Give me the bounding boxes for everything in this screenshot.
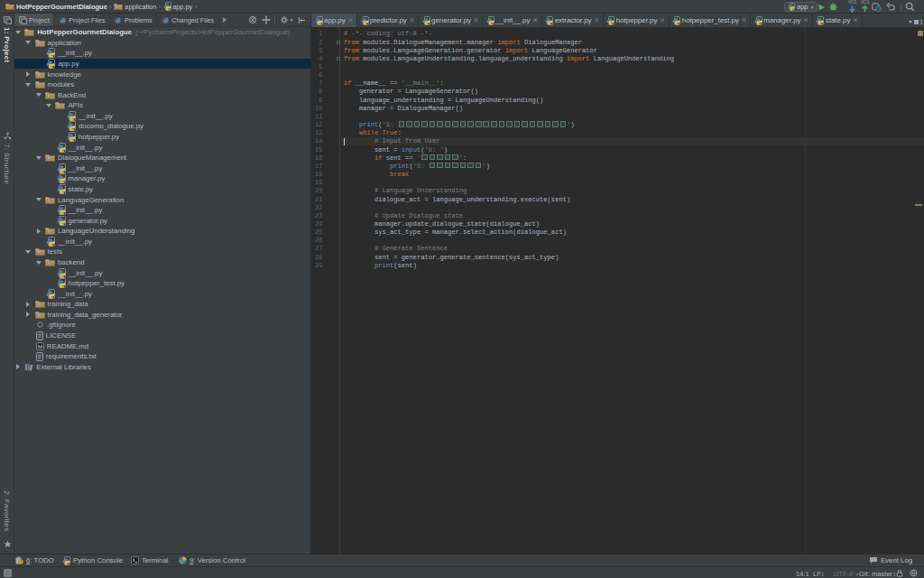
svg-text:M: M (38, 343, 42, 349)
